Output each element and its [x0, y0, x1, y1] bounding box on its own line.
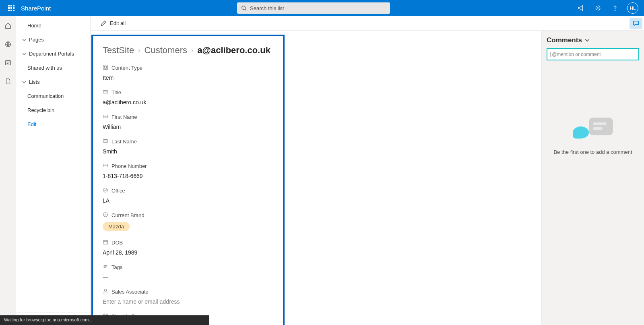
- svg-rect-1: [10, 5, 12, 6]
- field-title[interactable]: Titlea@aclibero.co.uk: [103, 89, 273, 106]
- comment-input[interactable]: | @mention or comment: [547, 48, 639, 60]
- nav-lists[interactable]: Lists: [16, 75, 90, 89]
- field-tags[interactable]: Tags—: [103, 264, 273, 280]
- person-icon: [103, 288, 111, 295]
- nav-communication[interactable]: Communication: [16, 89, 90, 103]
- app-launcher-button[interactable]: [3, 0, 19, 16]
- field-label: Current Brand: [103, 212, 273, 219]
- field-label: Last Name: [103, 138, 273, 145]
- chevron-right-icon: ›: [191, 47, 193, 54]
- field-value: Smith: [103, 148, 273, 155]
- tags-icon: [103, 264, 111, 271]
- field-current-brand[interactable]: Current BrandMazda: [103, 212, 273, 231]
- svg-point-27: [103, 188, 108, 193]
- field-label: First Name: [103, 114, 273, 120]
- field-value: —: [103, 274, 273, 280]
- toggle-comments-button[interactable]: [630, 18, 642, 29]
- svg-point-9: [242, 6, 246, 10]
- svg-point-12: [615, 10, 615, 10]
- svg-line-10: [245, 9, 247, 11]
- nav-recycle-bin[interactable]: Recycle bin: [16, 103, 90, 117]
- comment-icon: [632, 20, 640, 27]
- nav-pages[interactable]: Pages: [16, 33, 90, 47]
- help-icon[interactable]: [610, 3, 620, 13]
- files-icon[interactable]: [4, 77, 12, 85]
- comments-heading[interactable]: Comments: [547, 36, 640, 44]
- field-label: Office: [103, 187, 273, 194]
- field-value: a@aclibero.co.uk: [103, 99, 273, 106]
- field-value: 1-813-718-6669: [103, 173, 273, 179]
- home-icon[interactable]: [4, 22, 12, 30]
- breadcrumb-site[interactable]: TestSite: [103, 45, 134, 56]
- svg-rect-17: [103, 65, 108, 70]
- chevron-down-icon: [584, 37, 590, 43]
- field-label: Content Type: [103, 64, 273, 71]
- breadcrumb: TestSite › Customers › a@aclibero.co.uk: [103, 45, 273, 56]
- text-icon: [103, 89, 111, 96]
- text-icon: [103, 138, 111, 145]
- chevron-down-icon: [22, 37, 27, 42]
- field-first-name[interactable]: First NameWilliam: [103, 114, 273, 130]
- svg-rect-4: [10, 7, 12, 9]
- search-placeholder: Search this list: [250, 5, 284, 11]
- choice-icon: [103, 187, 111, 194]
- nav-edit-link[interactable]: Edit: [16, 117, 90, 131]
- item-form-card: TestSite › Customers › a@aclibero.co.uk …: [91, 35, 285, 325]
- svg-rect-8: [13, 10, 14, 11]
- edit-all-button[interactable]: Edit all: [100, 20, 126, 27]
- svg-point-36: [104, 289, 106, 291]
- suite-header: SharePoint Search this list HL: [0, 0, 644, 16]
- news-icon[interactable]: [4, 59, 12, 67]
- text-icon: [103, 163, 111, 170]
- nav-home[interactable]: Home: [16, 19, 90, 33]
- left-navigation: Home Pages Department Portals Shared wit…: [16, 16, 91, 325]
- nav-shared-with-us[interactable]: Shared with us: [16, 61, 90, 75]
- field-dob[interactable]: DOBApril 28, 1989: [103, 239, 273, 256]
- settings-gear-icon[interactable]: [593, 3, 603, 13]
- content-type-icon: [103, 64, 111, 71]
- svg-rect-29: [103, 240, 108, 244]
- command-bar: Edit all: [91, 16, 644, 31]
- svg-rect-7: [10, 10, 12, 11]
- field-label: DOB: [103, 239, 273, 246]
- user-avatar[interactable]: HL: [627, 2, 638, 14]
- svg-rect-3: [8, 7, 10, 9]
- svg-rect-18: [104, 66, 106, 68]
- svg-point-11: [597, 7, 599, 9]
- field-value: Item: [103, 75, 273, 81]
- choice-icon: [103, 212, 111, 219]
- field-label: Phone Number: [103, 163, 273, 170]
- browser-status-bar: Waiting for browser.pipe.aria.microsoft.…: [0, 315, 209, 325]
- field-value: Enter a name or email address: [103, 298, 273, 305]
- field-value: William: [103, 124, 273, 130]
- breadcrumb-current: a@aclibero.co.uk: [197, 45, 270, 56]
- svg-rect-14: [5, 61, 10, 65]
- svg-point-28: [103, 213, 108, 217]
- brand-label[interactable]: SharePoint: [21, 5, 51, 12]
- avatar-initials: HL: [630, 6, 636, 10]
- chevron-down-icon: [22, 52, 27, 56]
- megaphone-icon[interactable]: [576, 3, 586, 13]
- text-icon: [103, 114, 111, 120]
- field-sales-associate[interactable]: Sales AssociateEnter a name or email add…: [103, 288, 273, 305]
- field-office[interactable]: OfficeLA: [103, 187, 273, 204]
- field-label: Title: [103, 89, 273, 96]
- field-phone-number[interactable]: Phone Number1-813-718-6669: [103, 163, 273, 179]
- content-scroll[interactable]: TestSite › Customers › a@aclibero.co.uk …: [91, 31, 541, 325]
- field-content-type[interactable]: Content TypeItem: [103, 64, 273, 81]
- comments-empty-graphic: [573, 118, 613, 142]
- nav-department-portals[interactable]: Department Portals: [16, 47, 90, 61]
- search-icon: [241, 5, 247, 11]
- breadcrumb-list[interactable]: Customers: [144, 45, 187, 56]
- globe-icon[interactable]: [4, 40, 12, 48]
- comments-panel: Comments | @mention or comment Be the fi…: [541, 31, 644, 325]
- search-input[interactable]: Search this list: [237, 2, 390, 14]
- field-last-name[interactable]: Last NameSmith: [103, 138, 273, 155]
- comments-empty-state: Be the first one to add a comment: [546, 118, 640, 155]
- field-label: Tags: [103, 264, 273, 271]
- choice-pill: Mazda: [103, 222, 130, 231]
- field-label: Sales Associate: [103, 288, 273, 295]
- chevron-down-icon: [22, 80, 27, 85]
- field-value: LA: [103, 197, 273, 204]
- svg-rect-6: [8, 10, 10, 11]
